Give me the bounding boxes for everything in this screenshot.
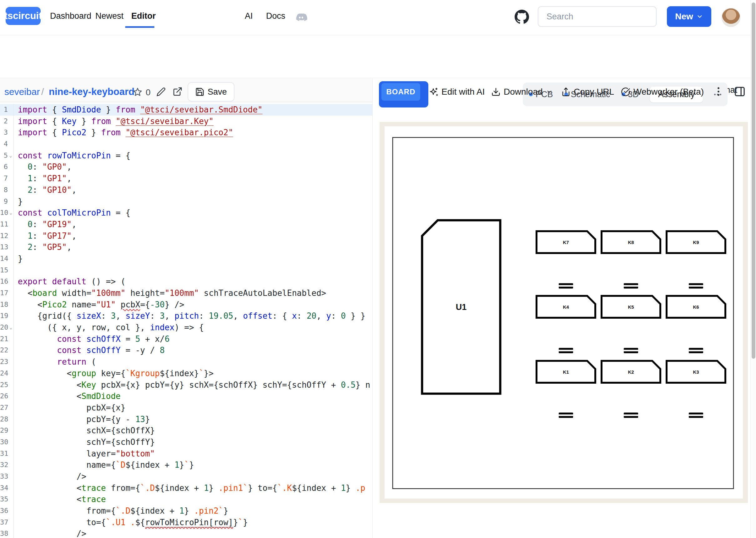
code-editor[interactable]: 1import { SmdDiode } from "@tsci/seveiba… (0, 102, 373, 538)
code-line-content[interactable]: <Key pcbX={x} pcbY={y} schX={schOffX} sc… (14, 379, 370, 391)
code-line[interactable]: 38 /> (0, 528, 373, 538)
code-line[interactable]: 27 pcbX={x} (0, 402, 373, 414)
code-line[interactable]: 1import { SmdDiode } from "@tsci/seveiba… (0, 104, 373, 116)
line-gutter[interactable]: 37 (0, 517, 14, 528)
code-line-content[interactable]: <group key={`Kgroup${index}`}> (14, 368, 213, 379)
code-line-content[interactable]: 0: "GP0", (14, 161, 72, 173)
nav-item-docs[interactable]: Docs (266, 11, 285, 21)
code-line-content[interactable] (14, 265, 18, 276)
scrollbar-thumb[interactable] (752, 3, 755, 359)
save-button[interactable]: Save (188, 82, 235, 102)
code-line-content[interactable]: <SmdDiode (14, 391, 121, 402)
line-gutter[interactable]: 2 (0, 116, 14, 127)
line-gutter[interactable]: 4 (0, 138, 14, 150)
code-line-content[interactable]: const schOffX = 5 + x/6 (14, 333, 169, 345)
code-line[interactable]: 3import { Pico2 } from "@tsci/seveibar.p… (0, 127, 373, 138)
line-gutter[interactable]: 9 (0, 196, 14, 207)
line-gutter[interactable]: 27 (0, 402, 14, 414)
code-line[interactable]: 36 from={`.D${index + 1} .pin2`} (0, 505, 373, 517)
code-line[interactable]: 10⌄const colToMicroPin = { (0, 207, 373, 219)
code-line[interactable]: 32 name={`D${index + 1}`} (0, 459, 373, 471)
assembly-svg[interactable]: U1K7K8K9K4K5K6K1K2K3 (379, 122, 748, 503)
code-line-content[interactable]: /> (14, 471, 86, 482)
code-line-content[interactable]: to={`.U1 .${rowToMicroPin[row]}`} (14, 517, 248, 528)
code-line[interactable]: 29 schX={schOffX} (0, 425, 373, 436)
code-line-content[interactable]: export default () => ( (14, 276, 125, 288)
webworker-toggle[interactable]: Webworker (Beta) (621, 85, 704, 99)
edit-with-ai-button[interactable]: Edit with AI (429, 85, 485, 99)
line-gutter[interactable]: 31 (0, 448, 14, 459)
code-line-content[interactable]: const schOffY = -y / 8 (14, 345, 165, 356)
code-line-content[interactable]: return ( (14, 356, 96, 368)
line-gutter[interactable]: 25 (0, 379, 14, 391)
line-gutter[interactable]: 22 (0, 345, 14, 356)
discord-icon[interactable] (294, 11, 308, 25)
nav-item-ai[interactable]: AI (245, 11, 253, 21)
nav-item-newest[interactable]: Newest (95, 11, 124, 21)
nav-item-dashboard[interactable]: Dashboard (50, 11, 91, 21)
line-gutter[interactable]: 35 (0, 494, 14, 505)
copy-url-button[interactable]: Copy URL (561, 85, 614, 99)
code-line[interactable]: 26 <SmdDiode (0, 391, 373, 402)
new-button[interactable]: New (667, 6, 711, 27)
line-gutter[interactable]: 14 (0, 253, 14, 265)
code-line[interactable]: 17 <board width="100mm" height="100mm" s… (0, 288, 373, 299)
line-gutter[interactable]: 20⌄ (0, 322, 14, 333)
line-gutter[interactable]: 24 (0, 368, 14, 379)
line-gutter[interactable]: 15 (0, 265, 14, 276)
code-line[interactable]: 22 const schOffY = -y / 8 (0, 345, 373, 356)
line-gutter[interactable]: 16 (0, 276, 14, 288)
code-line[interactable]: 8 2: "GP10", (0, 184, 373, 196)
line-gutter[interactable]: 12 (0, 230, 14, 242)
line-gutter[interactable]: 28 (0, 414, 14, 425)
code-line[interactable]: 6 0: "GP0", (0, 161, 373, 173)
code-line[interactable]: 28 pcbY={y - 13} (0, 414, 373, 425)
code-line[interactable]: 4 (0, 138, 373, 150)
code-line[interactable]: 16export default () => ( (0, 276, 373, 288)
code-line[interactable]: 9} (0, 196, 373, 207)
github-icon[interactable] (515, 9, 529, 24)
code-line-content[interactable]: const colToMicroPin = { (14, 207, 130, 219)
breadcrumb-owner[interactable]: seveibar (4, 86, 40, 97)
line-gutter[interactable]: 7 (0, 173, 14, 184)
panel-layout-icon[interactable] (733, 85, 746, 98)
code-line[interactable]: 7 1: "GP1", (0, 173, 373, 184)
line-gutter[interactable]: 13 (0, 242, 14, 253)
line-gutter[interactable]: 30 (0, 436, 14, 448)
code-line-content[interactable]: import { Key } from "@tsci/seveibar.Key" (14, 116, 213, 127)
code-line-content[interactable]: } (14, 196, 23, 207)
code-line-content[interactable]: ({ x, y, row, col }, index) => { (14, 322, 204, 333)
code-line-content[interactable]: layer="bottom" (14, 448, 155, 459)
line-gutter[interactable]: 10⌄ (0, 207, 14, 219)
code-line-content[interactable]: <trace from={`.D${index + 1} .pin1`} to=… (14, 482, 365, 494)
line-gutter[interactable]: 33 (0, 471, 14, 482)
code-line[interactable]: 24 <group key={`Kgroup${index}`}> (0, 368, 373, 379)
code-line-content[interactable]: from={`.D${index + 1} .pin2`} (14, 505, 228, 517)
code-line-content[interactable]: pcbX={x} (14, 402, 125, 414)
assembly-canvas[interactable]: U1K7K8K9K4K5K6K1K2K3 (379, 122, 748, 503)
fold-chevron-icon[interactable]: ⌄ (8, 150, 14, 162)
code-line-content[interactable]: schY={schOffY} (14, 436, 155, 448)
line-gutter[interactable]: 19 (0, 310, 14, 322)
nav-item-editor[interactable]: Editor (131, 11, 156, 21)
line-gutter[interactable]: 23 (0, 356, 14, 368)
line-gutter[interactable]: 8 (0, 184, 14, 196)
code-line[interactable]: 23 return ( (0, 356, 373, 368)
code-line[interactable]: 12 1: "GP17", (0, 230, 373, 242)
code-line[interactable]: 14} (0, 253, 373, 265)
code-line-content[interactable]: const rowToMicroPin = { (14, 150, 130, 162)
more-menu-icon[interactable] (712, 85, 725, 98)
page-scrollbar[interactable] (750, 0, 756, 538)
code-line-content[interactable]: 2: "GP5", (14, 242, 72, 253)
line-gutter[interactable]: 29 (0, 425, 14, 436)
share-icon[interactable] (173, 86, 183, 96)
code-line-content[interactable]: 1: "GP17", (14, 230, 77, 242)
code-line-content[interactable]: 2: "GP10", (14, 184, 77, 196)
code-line-content[interactable]: pcbY={y - 13} (14, 414, 150, 425)
line-gutter[interactable]: 18 (0, 299, 14, 310)
code-line[interactable]: 25 <Key pcbX={x} pcbY={y} schX={schOffX}… (0, 379, 373, 391)
star-icon[interactable] (133, 87, 143, 97)
code-line-content[interactable]: 0: "GP19", (14, 219, 77, 230)
code-line[interactable]: 5⌄const rowToMicroPin = { (0, 150, 373, 162)
code-line[interactable]: 33 /> (0, 471, 373, 482)
